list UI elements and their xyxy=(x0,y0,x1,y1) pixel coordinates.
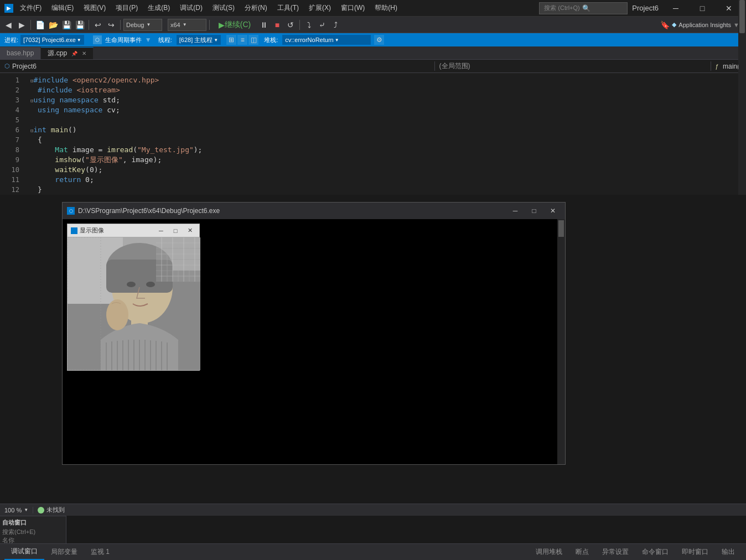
svg-point-21 xyxy=(106,299,128,330)
menu-view[interactable]: 视图(V) xyxy=(79,1,110,15)
platform-label: x64 xyxy=(170,22,180,28)
callstack-value: cv::errorNoReturn xyxy=(285,37,333,43)
tab-exception-settings[interactable]: 异常设置 xyxy=(595,545,635,560)
menu-build[interactable]: 生成(B) xyxy=(143,1,174,15)
status-control: 未找到 xyxy=(33,506,69,514)
zoom-dropdown-arrow[interactable]: ▼ xyxy=(24,507,28,512)
main-toolbar: ◀ ▶ 📄 📂 💾 💾 ↩ ↪ Debug ▼ x64 ▼ ▶ 继续(C) ⏸ … xyxy=(0,17,746,33)
filter3-button[interactable]: ◫ xyxy=(248,35,258,45)
tab-base-hpp-label: base.hpp xyxy=(7,49,34,57)
tab-watch1[interactable]: 监视 1 xyxy=(84,545,116,560)
thread-dropdown[interactable]: [628] 主线程 ▼ xyxy=(177,35,221,45)
cv-scrollbar[interactable] xyxy=(557,219,565,464)
menu-tools[interactable]: 工具(T) xyxy=(273,1,303,15)
filter-button[interactable]: ⊞ xyxy=(226,35,236,45)
tab-debug-window[interactable]: 调试窗口 xyxy=(4,545,44,560)
tab-base-hpp[interactable]: base.hpp xyxy=(0,47,41,59)
debug-bar: 进程: [7032] Project6.exe ▼ ⬡ 生命周期事件 ▼ 线程:… xyxy=(0,33,746,46)
menu-test[interactable]: 测试(S) xyxy=(208,1,239,15)
image-title-text: 显示图像 xyxy=(80,226,104,235)
line-num-2: 2 xyxy=(0,85,25,95)
menu-extensions[interactable]: 扩展(X) xyxy=(304,1,335,15)
app-insights-label[interactable]: Application Insights xyxy=(678,22,731,28)
continue-button[interactable]: ▶ 继续(C) xyxy=(213,19,257,31)
menu-debug[interactable]: 调试(D) xyxy=(175,1,207,15)
menu-help[interactable]: 帮助(H) xyxy=(370,1,402,15)
bookmark-button[interactable]: 🔖 xyxy=(659,19,671,31)
code-line-12: } xyxy=(30,185,746,195)
step-over-button[interactable]: ⤵ xyxy=(303,19,315,31)
line-num-5: 5 xyxy=(0,115,25,125)
tab-bar: base.hpp 源.cpp 📌 ✕ xyxy=(0,46,746,60)
step-into-button[interactable]: ⤶ xyxy=(316,19,328,31)
cv-scrollbar-thumb[interactable] xyxy=(558,220,564,237)
step-out-button[interactable]: ⤴ xyxy=(329,19,341,31)
img-maximize-button[interactable]: □ xyxy=(169,226,182,235)
code-content-area[interactable]: ⊟#include <opencv2/opencv.hpp> #include … xyxy=(25,73,746,195)
debug-mode-dropdown[interactable]: Debug ▼ xyxy=(123,19,162,31)
bottom-tab-bar: 调试窗口 局部变量 监视 1 调用堆栈 断点 异常设置 命令窗口 即时窗口 输出 xyxy=(0,543,746,560)
project-title: Project6 xyxy=(632,4,659,12)
tab-output[interactable]: 输出 xyxy=(715,545,742,560)
cv-maximize-button[interactable]: □ xyxy=(526,205,542,217)
platform-dropdown[interactable]: x64 ▼ xyxy=(168,19,206,31)
code-line-5 xyxy=(30,115,746,125)
main-window: ▶ 文件(F) 编辑(E) 视图(V) 项目(P) 生成(B) 调试(D) 测试… xyxy=(0,0,746,560)
redo-button[interactable]: ↪ xyxy=(105,19,117,31)
code-header-project-area: ⬡ Project6 xyxy=(0,63,434,70)
window-controls: ─ □ ✕ xyxy=(663,2,742,14)
image-title-left: 显示图像 xyxy=(71,226,104,235)
search-ctrl-label[interactable]: 搜索(Ctrl+E) xyxy=(2,528,64,536)
tab-source-cpp-close[interactable]: ✕ xyxy=(82,50,86,56)
line-num-12: 12 xyxy=(0,185,25,195)
back-button[interactable]: ◀ xyxy=(2,19,14,31)
save-button[interactable]: 💾 xyxy=(60,19,72,31)
callstack-settings[interactable]: ⚙ xyxy=(374,35,384,45)
menu-project[interactable]: 项目(P) xyxy=(111,1,142,15)
cv-minimize-button[interactable]: ─ xyxy=(507,205,523,217)
menu-analyze[interactable]: 分析(N) xyxy=(240,1,272,15)
filter2-button[interactable]: ≡ xyxy=(237,35,247,45)
pause-button[interactable]: ⏸ xyxy=(258,19,270,31)
menu-window[interactable]: 窗口(W) xyxy=(336,1,369,15)
forward-button[interactable]: ▶ xyxy=(15,19,28,31)
img-close-button[interactable]: ✕ xyxy=(184,226,196,235)
restart-button[interactable]: ↺ xyxy=(284,19,297,31)
process-dropdown[interactable]: [7032] Project6.exe ▼ xyxy=(20,35,84,45)
minimize-button[interactable]: ─ xyxy=(663,2,688,14)
img-minimize-button[interactable]: ─ xyxy=(155,226,167,235)
tab-source-cpp[interactable]: 源.cpp 📌 ✕ xyxy=(41,47,94,59)
tab-command-window[interactable]: 命令窗口 xyxy=(635,545,675,560)
thread-label: 线程: xyxy=(158,36,172,44)
process-arrow: ▼ xyxy=(77,38,81,43)
save-all-button[interactable]: 💾 xyxy=(74,19,86,31)
line-numbers: 1 2 3 4 5 6 7 8 9 10 11 12 xyxy=(0,73,25,195)
callstack-dropdown[interactable]: cv::errorNoReturn ▼ xyxy=(282,35,371,45)
callstack-arrow: ▼ xyxy=(335,38,339,43)
line-num-6: 6 xyxy=(0,125,25,135)
cv-title-bar: ⬡ D:\VSProgram\Project6\x64\Debug\Projec… xyxy=(63,203,565,219)
thread-value: [628] 主线程 xyxy=(179,36,213,44)
maximize-button[interactable]: □ xyxy=(690,2,715,14)
open-button[interactable]: 📂 xyxy=(47,19,59,31)
global-search-box[interactable]: 搜索 (Ctrl+Q) 🔍 xyxy=(539,2,628,14)
tab-immediate-window[interactable]: 即时窗口 xyxy=(675,545,715,560)
lifecycle-icon: ⬡ xyxy=(93,35,102,44)
vs-logo-icon: ▶ xyxy=(4,4,13,13)
editor-scrollbar[interactable] xyxy=(738,73,746,195)
tab-call-stack[interactable]: 调用堆栈 xyxy=(529,545,569,560)
menu-file[interactable]: 文件(F) xyxy=(15,1,46,15)
code-line-10: waitKey(0); xyxy=(30,165,746,175)
new-file-button[interactable]: 📄 xyxy=(34,19,46,31)
tab-breakpoints[interactable]: 断点 xyxy=(569,545,595,560)
tab-local-vars[interactable]: 局部变量 xyxy=(44,545,84,560)
code-line-3: ⊟using namespace std; xyxy=(30,95,746,105)
cv-close-button[interactable]: ✕ xyxy=(545,205,561,217)
image-title-icon xyxy=(71,227,77,234)
undo-button[interactable]: ↩ xyxy=(92,19,104,31)
stop-button[interactable]: ■ xyxy=(271,19,283,31)
cv-title-left: ⬡ D:\VSProgram\Project6\x64\Debug\Projec… xyxy=(67,207,220,215)
search-label: 搜索 (Ctrl+Q) xyxy=(544,4,579,12)
menu-edit[interactable]: 编辑(E) xyxy=(47,1,78,15)
code-editor: 1 2 3 4 5 6 7 8 9 10 11 12 ⊟#include <op… xyxy=(0,73,746,195)
